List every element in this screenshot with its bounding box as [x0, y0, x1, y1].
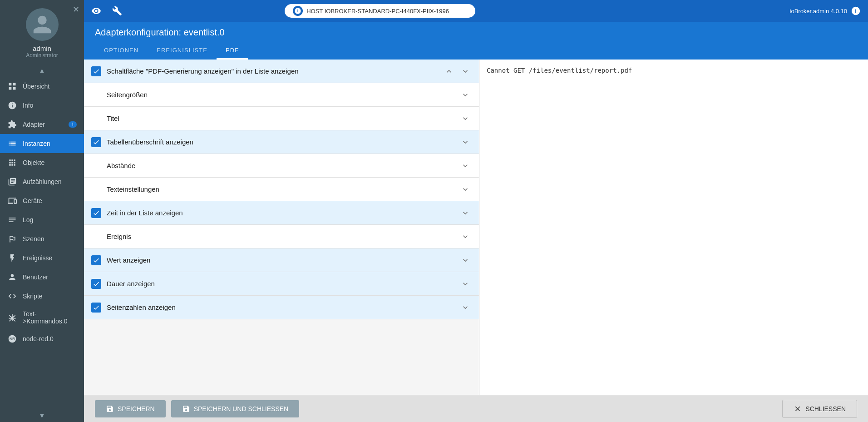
nav-label-objekte: Objekte — [23, 159, 44, 166]
ereignisse-icon — [7, 253, 17, 263]
nav-label-instanzen: Instanzen — [23, 140, 50, 147]
setting-actions-titel — [459, 112, 472, 125]
checkbox-wert[interactable] — [91, 255, 101, 265]
log-icon — [7, 215, 17, 225]
eye-icon[interactable] — [91, 6, 101, 16]
sidebar-role: Administrator — [26, 52, 58, 59]
instanzen-icon — [7, 139, 17, 149]
sidebar-item-szenen[interactable]: Szenen — [0, 229, 84, 248]
expand-btn-titel[interactable] — [459, 112, 472, 125]
setting-row-abstaende[interactable]: Abstände — [84, 154, 479, 178]
nav-label-textkommandos: Text->Kommandos.0 — [23, 310, 77, 325]
setting-actions-dauer — [459, 278, 472, 290]
footer: SPEICHERN SPEICHERN UND SCHLIESSEN SCHLI… — [84, 395, 868, 422]
expand-btn-pdf-button[interactable] — [459, 65, 472, 78]
skripte-icon — [7, 291, 17, 301]
close-button[interactable]: SCHLIESSEN — [782, 400, 857, 418]
expand-btn-abstaende[interactable] — [459, 159, 472, 172]
sidebar-scroll-up[interactable]: ▲ — [0, 64, 84, 77]
expand-btn-dauer[interactable] — [459, 278, 472, 290]
setting-label-abstaende: Abstände — [107, 162, 454, 169]
setting-row-ereignis[interactable]: Ereignis — [84, 225, 479, 248]
sidebar-nav: Übersicht Info Adapter 1 Instanzen Objek… — [0, 77, 84, 409]
geraete-icon — [7, 196, 17, 206]
sidebar-item-textkommandos[interactable]: Text->Kommandos.0 — [0, 306, 84, 329]
setting-row-dauer[interactable]: Dauer anzeigen — [84, 272, 479, 296]
tab-optionen[interactable]: OPTIONEN — [95, 42, 148, 60]
expand-btn-ereignis[interactable] — [459, 230, 472, 243]
sidebar-item-info[interactable]: Info — [0, 96, 84, 115]
setting-label-pdf-button: Schaltfläche "PDF-Generierung anzeigen" … — [107, 67, 437, 75]
host-logo: i — [293, 6, 303, 16]
expand-btn-tabellenueberschrift[interactable] — [459, 136, 472, 149]
szenen-icon — [7, 234, 17, 244]
svg-text:NR: NR — [10, 337, 15, 341]
setting-actions-pdf-button — [443, 65, 472, 78]
sidebar-close-icon[interactable]: ✕ — [73, 5, 79, 15]
settings-panel: Schaltfläche "PDF-Generierung anzeigen" … — [84, 60, 479, 395]
setting-actions-zeit — [459, 207, 472, 219]
nav-label-adapter: Adapter — [23, 121, 45, 128]
nav-label-ereignisse: Ereignisse — [23, 254, 52, 262]
save-button[interactable]: SPEICHERN — [95, 400, 166, 417]
checkbox-dauer[interactable] — [91, 279, 101, 289]
expand-btn-wert[interactable] — [459, 254, 472, 267]
setting-row-seitenzahlen[interactable]: Seitenzahlen anzeigen — [84, 296, 479, 319]
sidebar-header: ✕ admin Administrator — [0, 0, 84, 64]
collapse-btn-pdf-button[interactable] — [443, 65, 455, 78]
setting-row-seitengroessen[interactable]: Seitengrößen — [84, 83, 479, 107]
tab-pdf[interactable]: PDF — [217, 42, 248, 60]
nav-label-node-red: node-red.0 — [23, 335, 54, 343]
checkbox-seitenzahlen[interactable] — [91, 303, 101, 313]
aufzaehlungen-icon — [7, 177, 17, 187]
save-close-button[interactable]: SPEICHERN UND SCHLIESSEN — [171, 400, 300, 417]
setting-label-wert: Wert anzeigen — [107, 256, 454, 264]
nav-label-skripte: Skripte — [23, 293, 43, 300]
setting-label-dauer: Dauer anzeigen — [107, 280, 454, 288]
host-selector[interactable]: i HOST IOBROKER-STANDARD-PC-I440FX-PIIX-… — [285, 4, 475, 18]
textkommandos-icon — [7, 313, 17, 323]
sidebar-item-node-red[interactable]: NR node-red.0 — [0, 329, 84, 348]
sidebar-scroll-down[interactable]: ▼ — [0, 409, 84, 422]
sidebar-item-uebersicht[interactable]: Übersicht — [0, 77, 84, 96]
info-icon — [7, 100, 17, 110]
wrench-icon[interactable] — [112, 6, 122, 16]
uebersicht-icon — [7, 81, 17, 91]
sidebar-item-objekte[interactable]: Objekte — [0, 153, 84, 172]
sidebar-item-ereignisse[interactable]: Ereignisse — [0, 248, 84, 268]
checkbox-pdf-button[interactable] — [91, 66, 101, 76]
nav-label-aufzaehlungen: Aufzählungen — [23, 178, 62, 185]
setting-row-tabellenueberschrift[interactable]: Tabellenüberschrift anzeigen — [84, 130, 479, 154]
sidebar-item-instanzen[interactable]: Instanzen — [0, 134, 84, 153]
host-label: HOST IOBROKER-STANDARD-PC-I440FX-PIIX-19… — [306, 8, 449, 15]
setting-row-pdf-button[interactable]: Schaltfläche "PDF-Generierung anzeigen" … — [84, 60, 479, 83]
expand-btn-texteinstellungen[interactable] — [459, 183, 472, 196]
expand-btn-seitengroessen[interactable] — [459, 89, 472, 101]
sidebar-item-log[interactable]: Log — [0, 210, 84, 229]
nav-label-info: Info — [23, 102, 33, 109]
sidebar-item-aufzaehlungen[interactable]: Aufzählungen — [0, 172, 84, 191]
benutzer-icon — [7, 272, 17, 282]
sidebar-item-adapter[interactable]: Adapter 1 — [0, 115, 84, 134]
checkbox-zeit[interactable] — [91, 208, 101, 218]
expand-btn-seitenzahlen[interactable] — [459, 301, 472, 314]
expand-btn-zeit[interactable] — [459, 207, 472, 219]
tab-ereignisliste[interactable]: EREIGNISLISTE — [148, 42, 217, 60]
checkbox-tabellenueberschrift[interactable] — [91, 137, 101, 147]
sidebar-item-geraete[interactable]: Geräte — [0, 191, 84, 210]
setting-label-zeit: Zeit in der Liste anzeigen — [107, 209, 454, 217]
sidebar-item-benutzer[interactable]: Benutzer — [0, 268, 84, 287]
nav-label-geraete: Geräte — [23, 197, 42, 204]
avatar — [26, 8, 59, 41]
setting-row-titel[interactable]: Titel — [84, 107, 479, 130]
sidebar-item-skripte[interactable]: Skripte — [0, 287, 84, 306]
content-area: Schaltfläche "PDF-Generierung anzeigen" … — [84, 60, 868, 395]
setting-row-wert[interactable]: Wert anzeigen — [84, 248, 479, 272]
topbar-version: ioBroker.admin 4.0.10 i — [790, 6, 861, 16]
setting-label-titel: Titel — [107, 114, 454, 122]
objekte-icon — [7, 158, 17, 168]
setting-row-zeit[interactable]: Zeit in der Liste anzeigen — [84, 201, 479, 225]
page-title: Adapterkonfiguration: eventlist.0 — [95, 27, 857, 38]
setting-row-texteinstellungen[interactable]: Texteinstellungen — [84, 178, 479, 201]
nav-label-benutzer: Benutzer — [23, 273, 48, 281]
